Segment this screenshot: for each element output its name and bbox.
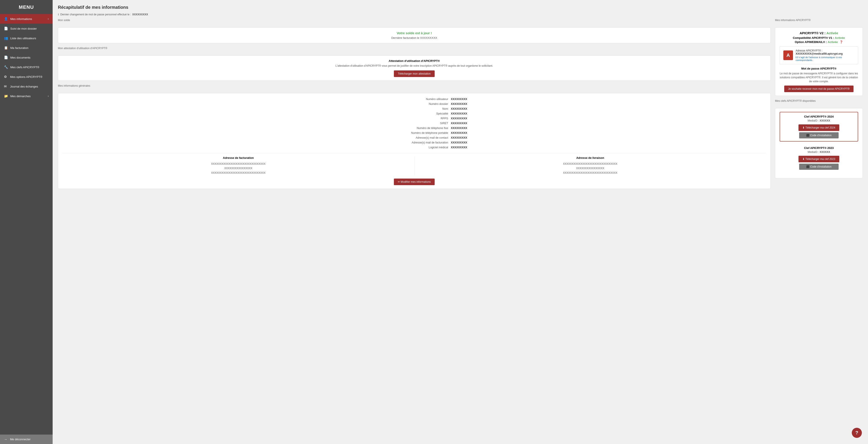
balance-status: Votre solde est à jour !	[62, 31, 766, 35]
password-notice-text: Dernier changement de mot de passe perso…	[60, 13, 131, 16]
info-generale-section-label: Mes informations générales	[58, 84, 771, 87]
content-columns: Mon solde Votre solde est à jour ! Derni…	[58, 19, 863, 189]
clef-title: Clef APICRYPT® 2023	[782, 146, 856, 150]
sidebar-item-liste-utilisateurs[interactable]: 👥 Liste des utilisateurs	[0, 33, 53, 43]
password-notice: ℹ Dernier changement de mot de passe per…	[58, 13, 863, 16]
clef-media: MediaID : XXXXXX	[783, 119, 855, 122]
file-icon: 📄	[4, 27, 8, 30]
table-row: Adresse(s) mail de facturationXXXXXXXXX	[62, 140, 766, 145]
sidebar-item-label: Mes démarches	[10, 94, 30, 98]
clefs-section-label: Mes clefs APICRYPT® disponibles	[775, 99, 863, 102]
clef-media: MediaID : XXXXXX	[782, 150, 856, 153]
table-row: Numéro utilisateurXXXXXXXXX	[62, 97, 766, 101]
apicrypt-info-card: APICRYPT® V2 : Activée Compatibilité API…	[775, 27, 863, 96]
option-help-icon[interactable]: ❓	[839, 40, 843, 43]
chevron-icon: ‹	[48, 17, 49, 21]
mdp-section: Mot de passe APICRYPT® Le mot de passe d…	[780, 67, 858, 92]
help-button[interactable]: ?	[852, 428, 862, 438]
address-facturation-text: XXXXXXXXXXXXXXXXXXXXXXXXXXXXXXXXXXXXXXXX…	[62, 162, 414, 175]
users-icon: 👥	[4, 36, 8, 40]
main-content: Récapitulatif de mes informations ℹ Dern…	[53, 0, 868, 444]
page-title: Récapitulatif de mes informations	[58, 5, 863, 10]
document-icon: 📄	[4, 56, 8, 59]
sidebar-item-label: Me déconnecter	[10, 438, 30, 441]
table-row: SpécialitéXXXXXXXXX	[62, 111, 766, 116]
install-code-button[interactable]: ⬛ Code d'installation	[799, 132, 839, 139]
sidebar-item-label: Liste des utilisateurs	[10, 37, 36, 40]
sidebar-item-journal[interactable]: ✉ Journal des échanges	[0, 82, 53, 91]
sidebar-item-mes-informations[interactable]: 👤 Mes informations ‹	[0, 14, 53, 24]
table-row: Numéro de téléphone fixeXXXXXXXXX	[62, 126, 766, 130]
table-row: SIRETXXXXXXXXX	[62, 121, 766, 126]
sidebar-item-ma-facturation[interactable]: 📋 Ma facturation	[0, 43, 53, 53]
sidebar-item-label: Mes clefs APICRYPT®	[10, 66, 39, 69]
col-right: Mes informations APICRYPT® APICRYPT® V2 …	[775, 19, 863, 178]
sidebar-item-mes-clefs[interactable]: 🔧 Mes clefs APICRYPT®	[0, 62, 53, 72]
download-clef-button[interactable]: ⬇ Télécharger ma clef 2024	[799, 124, 839, 131]
sidebar-item-label: Mes options APICRYPT®	[10, 75, 42, 79]
table-row: Numéro de téléphone portableXXXXXXXXX	[62, 130, 766, 135]
table-row: Adresse(s) mail de contactXXXXXXXXX	[62, 135, 766, 140]
address-livraison: Adresse de livraison XXXXXXXXXXXXXXXXXXX…	[414, 156, 766, 175]
clef-title: Clef APICRYPT® 2024	[783, 115, 855, 118]
download-clef-button[interactable]: ⬇ Télécharger ma clef 2023	[799, 156, 839, 162]
sidebar-item-label: Journal des échanges	[10, 85, 38, 88]
balance-card: Votre solde est à jour ! Dernière factur…	[58, 27, 771, 43]
apicrypt-logo-icon: A	[783, 51, 793, 60]
table-row: NomXXXXXXXXX	[62, 107, 766, 111]
attestation-desc: L'attestation d'utilisation d'APICRYPT® …	[62, 64, 766, 67]
address-row: Adresse de facturation XXXXXXXXXXXXXXXXX…	[62, 153, 766, 175]
info-table: Numéro utilisateurXXXXXXXXXNuméro dossie…	[62, 97, 766, 150]
folder-icon: 📁	[4, 94, 8, 98]
modify-info-button[interactable]: ✏ Modifier mes informations	[394, 179, 435, 185]
address-facturation: Adresse de facturation XXXXXXXXXXXXXXXXX…	[62, 156, 414, 175]
sidebar-item-mes-documents[interactable]: 📄 Mes documents	[0, 53, 53, 62]
sidebar-item-label: Mes documents	[10, 56, 30, 59]
sidebar-item-deconnexion[interactable]: → Me déconnecter	[0, 435, 53, 444]
mail-icon: ✉	[4, 85, 8, 88]
password-date: XXXXXXXXX	[132, 13, 148, 16]
clef-buttons: ⬇ Télécharger ma clef 2024 ⬛ Code d'inst…	[783, 124, 855, 139]
logout-icon: →	[4, 437, 8, 441]
attestation-section-label: Mon attestation d'utilisation d'APICRYPT…	[58, 47, 771, 50]
sidebar-item-mes-options[interactable]: ⚙ Mes options APICRYPT®	[0, 72, 53, 82]
table-row: Numéro dossierXXXXXXXXX	[62, 101, 766, 107]
modify-btn-row: ✏ Modifier mes informations	[62, 179, 766, 185]
chevron-icon: ‹	[48, 94, 49, 98]
attestation-title: Attestation d'utilisation d'APICRYPT®	[62, 59, 766, 62]
sidebar-item-label: Mes informations	[10, 17, 32, 21]
info-generale-card: Numéro utilisateurXXXXXXXXXNuméro dossie…	[58, 93, 771, 189]
receive-mdp-button[interactable]: Je souhaite recevoir mon mot de passe AP…	[784, 86, 854, 92]
apicrypt-option-line: Option APIWEBMAIL® : Activée ❓	[780, 40, 858, 43]
balance-date: Dernière facturation le XXXXXXXXX	[62, 36, 766, 39]
apicrypt-addr-info: Adresse APICRYPT® : XXXXXXXXX@medical59.…	[796, 49, 855, 61]
clef-buttons: ⬇ Télécharger ma clef 2023 ⬛ Code d'inst…	[782, 156, 856, 170]
sidebar-item-label: Ma facturation	[10, 46, 28, 50]
attestation-card: Attestation d'utilisation d'APICRYPT® L'…	[58, 56, 771, 81]
sidebar: MENU 👤 Mes informations ‹ 📄 Suivi de mon…	[0, 0, 53, 444]
key-icon: 🔧	[4, 65, 8, 69]
gear-icon: ⚙	[4, 75, 8, 79]
col-left: Mon solde Votre solde est à jour ! Derni…	[58, 19, 771, 189]
apicrypt-v2-line: APICRYPT® V2 : Activée	[780, 31, 858, 35]
download-attestation-button[interactable]: Télécharger mon attestation	[394, 70, 434, 77]
address-livraison-text: XXXXXXXXXXXXXXXXXXXXXXXXXXXXXXXXXXXXXXXX…	[414, 162, 766, 175]
install-code-button[interactable]: ⬛ Code d'installation	[799, 164, 839, 170]
apicrypt-compat-line: Compatibilité APICRYPT® V1 : Activée	[780, 36, 858, 39]
apicrypt-section-label: Mes informations APICRYPT®	[775, 19, 863, 22]
info-icon: ℹ	[58, 13, 59, 16]
key-2024: Clef APICRYPT® 2024 MediaID : XXXXXX ⬇ T…	[780, 112, 858, 142]
apicrypt-addr-block: A Adresse APICRYPT® : XXXXXXXXX@medical5…	[780, 46, 858, 64]
address-livraison-title: Adresse de livraison	[414, 156, 766, 159]
sidebar-item-suivi-dossier[interactable]: 📄 Suivi de mon dossier	[0, 24, 53, 33]
invoice-icon: 📋	[4, 46, 8, 50]
table-row: RPPSXXXXXXXXX	[62, 116, 766, 121]
balance-section-label: Mon solde	[58, 19, 771, 22]
sidebar-item-mes-demarches[interactable]: 📁 Mes démarches ‹	[0, 91, 53, 101]
sidebar-item-label: Suivi de mon dossier	[10, 27, 37, 30]
user-icon: 👤	[4, 17, 8, 21]
sidebar-title: MENU	[0, 0, 53, 14]
address-facturation-title: Adresse de facturation	[62, 156, 414, 159]
apicrypt-keys-card: Clef APICRYPT® 2024 MediaID : XXXXXX ⬇ T…	[775, 108, 863, 178]
table-row: Logiciel médicalXXXXXXXXX	[62, 145, 766, 150]
